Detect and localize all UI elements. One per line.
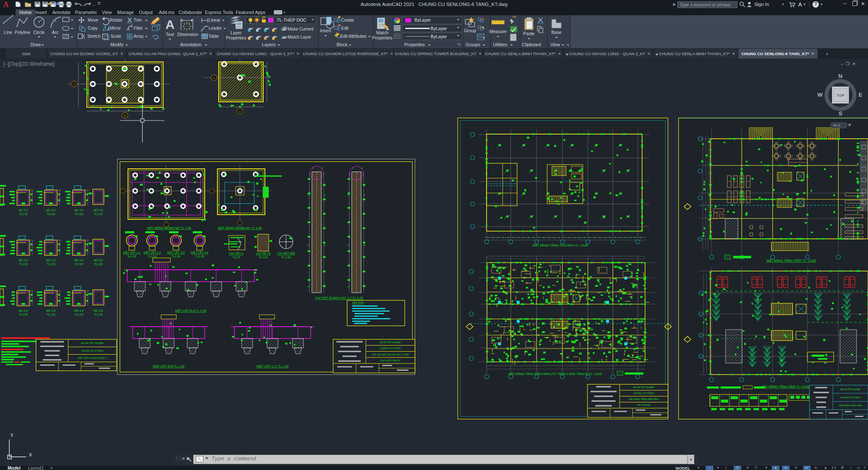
svg-text:Make Current: Make Current — [288, 27, 314, 31]
svg-text:Text: Text — [166, 32, 174, 37]
svg-text:Insert: Insert — [320, 28, 331, 33]
svg-text:Leader: Leader — [209, 26, 222, 31]
svg-text:Trim: Trim — [134, 18, 142, 22]
svg-text:.TL-THEP DOC: .TL-THEP DOC — [275, 17, 306, 22]
svg-text:A: A — [165, 17, 175, 31]
svg-text:Properties: Properties — [372, 35, 392, 40]
svg-text:Match: Match — [376, 30, 389, 35]
svg-text:Copy: Copy — [88, 26, 97, 31]
svg-text:Clipboard: Clipboard — [522, 42, 541, 47]
svg-text:Mirror: Mirror — [110, 26, 121, 31]
svg-text:Dimension: Dimension — [177, 32, 198, 37]
svg-text:Arc: Arc — [52, 30, 58, 35]
svg-text:Measure: Measure — [490, 29, 507, 34]
svg-text:Group: Group — [464, 28, 476, 33]
svg-text:Linear: Linear — [209, 18, 220, 22]
svg-text:Properties: Properties — [404, 42, 425, 47]
svg-text:Edit Attributes: Edit Attributes — [340, 34, 367, 39]
svg-text:Array: Array — [134, 34, 144, 39]
svg-text:ByLayer: ByLayer — [431, 26, 447, 31]
svg-text:Polyline: Polyline — [15, 30, 31, 35]
svg-text:Table: Table — [209, 34, 219, 39]
svg-text:Draw: Draw — [31, 42, 41, 47]
svg-text:Paste: Paste — [523, 31, 535, 36]
svg-text:Edit: Edit — [341, 26, 348, 31]
svg-text:Move: Move — [88, 18, 98, 22]
svg-text:Properties: Properties — [226, 35, 246, 40]
svg-text:Rotate: Rotate — [110, 18, 122, 22]
svg-text:Line: Line — [4, 30, 12, 35]
svg-text:View: View — [551, 42, 560, 47]
svg-text:Layers: Layers — [262, 42, 275, 47]
svg-text:Circle: Circle — [33, 30, 45, 35]
svg-text:Fillet: Fillet — [134, 26, 142, 31]
svg-text:ByLayer: ByLayer — [431, 34, 447, 39]
svg-text:ByLayer: ByLayer — [415, 17, 431, 22]
svg-text:Stretch: Stretch — [87, 34, 101, 39]
svg-text:Block: Block — [337, 42, 348, 47]
svg-text:Scale: Scale — [111, 34, 121, 39]
svg-text:Create: Create — [341, 18, 354, 22]
svg-text:Base: Base — [551, 30, 562, 35]
svg-text:Groups: Groups — [466, 42, 480, 47]
svg-text:Match Layer: Match Layer — [288, 35, 312, 39]
svg-text:Modify: Modify — [111, 42, 124, 47]
svg-text:Annotation: Annotation — [180, 42, 201, 47]
svg-text:Layer: Layer — [231, 30, 242, 35]
svg-text:Utilities: Utilities — [493, 42, 507, 47]
